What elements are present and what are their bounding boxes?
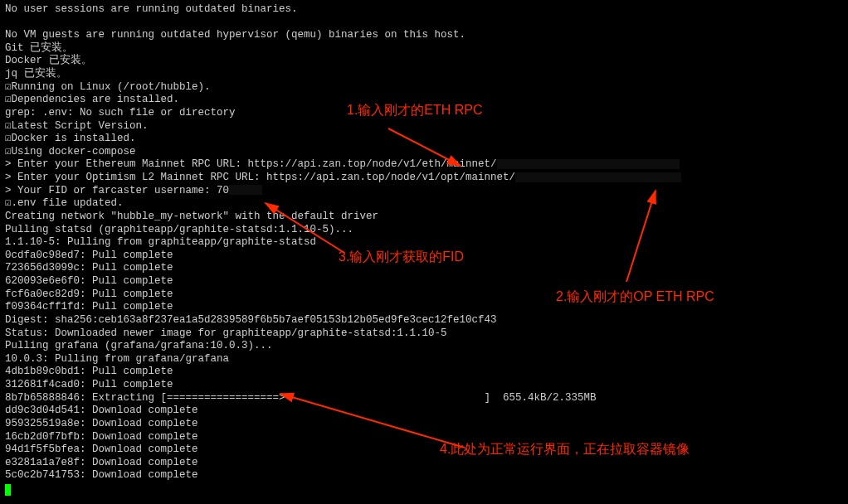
term-line: ☑Using docker-compose bbox=[5, 146, 843, 159]
term-line: ☑Latest Script Version. bbox=[5, 120, 843, 133]
term-line: ☑.env file updated. bbox=[5, 197, 843, 211]
term-line: 723656d3099c: Pull complete bbox=[5, 262, 843, 275]
term-line: Digest: sha256:ceb163a8f237ea1a5d2839589… bbox=[5, 314, 843, 327]
term-line: 94d1f5f5bfea: Download complete bbox=[5, 443, 843, 457]
term-line: 16cb2d0f7bfb: Download complete bbox=[5, 431, 843, 444]
term-line: grep: .env: No such file or directory bbox=[5, 107, 843, 120]
term-line: Creating network "hubble_my-network" wit… bbox=[5, 211, 843, 224]
term-line: Pulling statsd (graphiteapp/graphite-sta… bbox=[5, 224, 843, 237]
term-line: 4db1b89c0bd1: Pull complete bbox=[5, 366, 843, 379]
term-line: e3281a1a7e8f: Download complete bbox=[5, 457, 843, 470]
term-line: No user sessions are running outdated bi… bbox=[5, 3, 843, 17]
term-line: jq 已安装。 bbox=[5, 68, 843, 81]
extract-progress-line: 8b7b65888846: Extracting [==============… bbox=[5, 392, 843, 405]
term-line: f09364cff1fd: Pull complete bbox=[5, 301, 843, 314]
term-line: ☑Dependencies are installed. bbox=[5, 94, 843, 107]
term-line: 620093e6e6f0: Pull complete bbox=[5, 275, 843, 288]
terminal-output[interactable]: No user sessions are running outdated bi… bbox=[5, 3, 843, 496]
prompt-fid: > Your FID or farcaster username: 70 bbox=[5, 185, 843, 198]
term-line: 5c0c2b741753: Download complete bbox=[5, 469, 843, 482]
term-line: Docker 已安装。 bbox=[5, 55, 843, 68]
term-line: ☑Docker is installed. bbox=[5, 133, 843, 146]
term-line: 0cdfa0c98ed7: Pull complete bbox=[5, 250, 843, 263]
prompt-eth-rpc: > Enter your Ethereum Mainnet RPC URL: h… bbox=[5, 158, 843, 172]
term-line: fcf6a0ec82d9: Pull complete bbox=[5, 288, 843, 302]
term-line: dd9c3d04d541: Download complete bbox=[5, 405, 843, 418]
term-line: ☑Running on Linux (/root/hubble). bbox=[5, 81, 843, 94]
term-line: Status: Downloaded newer image for graph… bbox=[5, 327, 843, 341]
term-line: 10.0.3: Pulling from grafana/grafana bbox=[5, 353, 843, 366]
term-line: No VM guests are running outdated hyperv… bbox=[5, 29, 843, 42]
term-line: 1.1.10-5: Pulling from graphiteapp/graph… bbox=[5, 236, 843, 250]
term-line: Pulling grafana (grafana/grafana:10.0.3)… bbox=[5, 340, 843, 353]
prompt-op-rpc: > Enter your Optimism L2 Mainnet RPC URL… bbox=[5, 172, 843, 185]
term-blank bbox=[5, 17, 843, 30]
term-line: 959325519a8e: Download complete bbox=[5, 418, 843, 431]
term-line: Git 已安装。 bbox=[5, 42, 843, 56]
term-line: 312681f4cad0: Pull complete bbox=[5, 379, 843, 392]
terminal-cursor bbox=[5, 482, 843, 496]
